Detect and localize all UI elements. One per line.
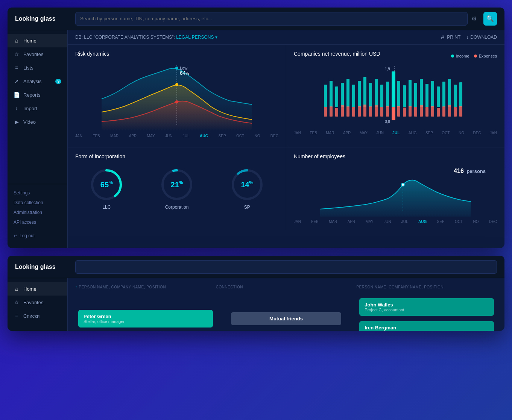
svg-rect-36 (346, 106, 349, 117)
legend-income: Income (451, 54, 469, 58)
svg-rect-56 (459, 106, 462, 117)
bookmark-icon: ☆ (14, 51, 20, 57)
right-node-2: Iren Bergman Stellar, manager (359, 321, 494, 331)
filter-icon[interactable]: ⚙ (471, 15, 477, 22)
settings-link[interactable]: Settings (8, 188, 67, 198)
second-layout: ⌂ Home ☆ Favorites ≡ Списки ↑ PERSON NAM… (8, 278, 504, 331)
svg-rect-7 (324, 85, 327, 107)
revenue-panel: Companies net revenue, million USD Incom… (286, 45, 504, 147)
svg-rect-50 (425, 107, 428, 117)
corporation-gauge: 21% (160, 168, 194, 202)
expenses-dot (474, 55, 477, 58)
col-header-left: ↑ PERSON NAME, COMPANY NAME, POSITION (75, 282, 216, 292)
search-input[interactable] (80, 16, 463, 21)
second-nav-favorites[interactable]: ☆ Favorites (8, 296, 67, 309)
revenue-chart-svg: 1,9 0,8 (294, 66, 497, 128)
svg-point-4 (175, 100, 178, 103)
incorporation-panel: Form of incorporation 65% (68, 147, 286, 230)
right-node-1: John Walles Project C, accountant (359, 298, 494, 316)
svg-text:1,9: 1,9 (385, 67, 390, 71)
risk-dynamics-title: Risk dynamics (75, 51, 278, 57)
svg-rect-43 (386, 106, 389, 117)
search-bar-container (75, 12, 468, 26)
second-search-input[interactable] (80, 264, 492, 270)
incorporation-circles: 65% LLC (75, 164, 278, 214)
revenue-header: Companies net revenue, million USD Incom… (294, 51, 497, 61)
svg-rect-32 (324, 107, 327, 117)
risk-dynamics-panel: Risk dynamics Low 64% (68, 45, 286, 147)
svg-rect-12 (352, 85, 355, 107)
main-window: Looking glass ⚙ 🔍 ⌂ Home ☆ Favorites ≡ L… (8, 8, 504, 248)
income-dot (451, 55, 454, 58)
second-window: Looking glass ⌂ Home ☆ Favorites ≡ Списк… (8, 256, 504, 331)
second-list-icon: ≡ (14, 313, 20, 319)
import-icon: ↓ (14, 105, 20, 111)
svg-rect-20 (397, 81, 400, 107)
employees-panel: Number of employees 416 persons (286, 147, 504, 230)
employees-chart: 416 persons (294, 164, 497, 224)
svg-rect-19 (392, 71, 395, 107)
svg-rect-10 (341, 83, 344, 107)
sidebar-item-lists[interactable]: ≡ Lists (8, 61, 67, 74)
svg-rect-51 (431, 106, 434, 117)
second-home-icon: ⌂ (14, 286, 20, 292)
breadcrumb-link[interactable]: LEGAL PERSONS ▾ (176, 35, 217, 40)
logout-button[interactable]: ↩ Log out (8, 231, 67, 241)
svg-rect-55 (454, 107, 457, 117)
revenue-chart: 1,9 0,8 JAN FEB MAR APR MAY JUN JUL AUG (294, 66, 497, 141)
svg-rect-33 (330, 106, 333, 117)
svg-rect-18 (386, 82, 389, 107)
main-content: DB: LLC "CORPORATE ANALYTICS SYSTEMS": L… (68, 30, 504, 248)
svg-rect-45 (397, 106, 400, 117)
connection-nodes: Peter Green Stellar, office manager Mutu… (75, 295, 497, 331)
svg-rect-27 (437, 86, 440, 107)
second-header: Looking glass (8, 256, 504, 278)
revenue-title: Companies net revenue, million USD (294, 51, 380, 57)
svg-rect-24 (420, 79, 423, 107)
svg-rect-13 (358, 81, 361, 107)
svg-rect-15 (369, 83, 372, 107)
data-collection-link[interactable]: Data collection (8, 198, 67, 208)
risk-x-axis: JAN FEB MAR APR MAY JUN JUL AUG SEP OCT … (75, 134, 278, 138)
second-nav-lists[interactable]: ≡ Списки (8, 309, 67, 323)
download-button[interactable]: ↓ DOWNLOAD (466, 35, 497, 40)
svg-rect-38 (358, 106, 361, 117)
app-header: Looking glass ⚙ 🔍 (8, 8, 504, 30)
sidebar-item-import[interactable]: ↓ Import (8, 102, 67, 115)
svg-rect-28 (442, 82, 445, 107)
sidebar-item-reports[interactable]: 📄 Reports (8, 88, 67, 102)
sidebar-item-video[interactable]: ▶ Video (8, 115, 67, 129)
center-node: Mutual friends (231, 312, 341, 325)
sidebar: ⌂ Home ☆ Favorites ≡ Lists ↗ Analysis 9 … (8, 30, 68, 248)
home-icon: ⌂ (14, 38, 20, 44)
svg-rect-25 (425, 84, 428, 107)
print-button[interactable]: 🖨 PRINT (441, 35, 460, 40)
right-node-2-name: Iren Bergman (365, 325, 489, 331)
download-icon: ↓ (466, 35, 468, 40)
search-button[interactable]: 🔍 (483, 12, 497, 26)
right-node-1-sub: Project C, accountant (365, 308, 489, 312)
api-access-link[interactable]: API access (8, 217, 67, 227)
second-search-bar (75, 260, 497, 274)
administration-link[interactable]: Administration (8, 208, 67, 217)
sidebar-item-analysis[interactable]: ↗ Analysis 9 (8, 74, 67, 88)
svg-rect-21 (403, 85, 406, 107)
svg-rect-54 (448, 105, 451, 117)
sidebar-item-favorites[interactable]: ☆ Favorites (8, 47, 67, 61)
corporation-circle-item: 21% Corporation (160, 168, 194, 210)
svg-rect-52 (437, 108, 440, 117)
corporation-label: Corporation (165, 205, 189, 210)
sidebar-footer: Settings Data collection Administration … (8, 184, 67, 244)
sp-label: SP (244, 205, 250, 210)
right-node-1-name: John Walles (365, 302, 489, 308)
list-icon: ≡ (14, 65, 20, 71)
svg-rect-22 (409, 80, 412, 107)
llc-gauge: 65% (90, 168, 123, 202)
svg-rect-44 (392, 107, 395, 120)
center-node-label: Mutual friends (236, 316, 336, 321)
svg-rect-8 (330, 81, 333, 107)
charts-grid: Risk dynamics Low 64% (68, 45, 504, 230)
sidebar-item-home[interactable]: ⌂ Home (8, 34, 67, 47)
second-nav-home[interactable]: ⌂ Home (8, 282, 67, 296)
svg-rect-37 (352, 107, 355, 117)
